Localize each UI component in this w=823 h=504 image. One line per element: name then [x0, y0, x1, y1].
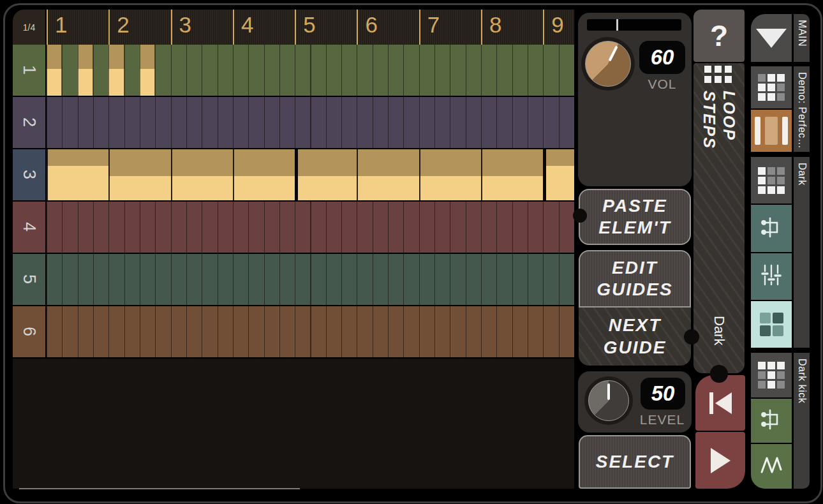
active-step[interactable]: [47, 45, 62, 96]
grid-icon: [758, 167, 785, 194]
row-label[interactable]: 1: [13, 45, 45, 96]
position-bar[interactable]: [587, 19, 681, 31]
position-tick: [616, 19, 618, 31]
beat-number: 2: [117, 12, 129, 38]
vol-value: 60: [639, 41, 685, 74]
row-steps[interactable]: [47, 45, 574, 96]
sidebar-group-label: Demo: Perfec…: [794, 66, 810, 152]
row-label[interactable]: 3: [13, 149, 45, 200]
sidebar-group-label: MAIN: [794, 14, 810, 62]
row-number: 2: [19, 117, 39, 127]
beat-ruler[interactable]: 123456789: [47, 10, 574, 45]
group-label-text: MAIN: [796, 14, 808, 62]
beat-number: 5: [303, 12, 315, 38]
sidebar-button-grid[interactable]: [751, 157, 792, 204]
note-element[interactable]: [543, 149, 574, 200]
drum-sequencer-app: 1/4 123456789 123456 60 VOL PASTE ELEM'T…: [0, 0, 823, 504]
help-button[interactable]: ?: [693, 10, 745, 62]
row-number: 4: [19, 222, 39, 232]
sequencer-row: 4: [13, 202, 574, 255]
beat-line-icon: [543, 10, 544, 45]
level-value: 50: [641, 378, 685, 410]
note-element[interactable]: [108, 149, 170, 200]
play-button[interactable]: [695, 432, 745, 489]
triangle-down-icon: [756, 29, 787, 48]
vol-knob[interactable]: [581, 37, 635, 91]
note-element[interactable]: [233, 149, 295, 200]
beat-number: 7: [427, 12, 440, 38]
skip-to-start-button[interactable]: [695, 375, 745, 431]
pattern-icon: [755, 117, 788, 145]
horizontal-scrollbar[interactable]: [19, 488, 300, 489]
beat-line-icon: [295, 10, 296, 45]
sidebar-button-pattern-bars[interactable]: [751, 110, 792, 152]
note-element[interactable]: [481, 149, 543, 200]
edit-guides-button[interactable]: EDIT GUIDES: [579, 250, 691, 308]
level-knob[interactable]: [584, 376, 633, 425]
grid-icon: [758, 74, 785, 101]
beat-line-icon: [171, 10, 172, 45]
beat-line-icon: [357, 10, 358, 45]
row-steps[interactable]: [47, 202, 574, 253]
active-step[interactable]: [78, 45, 93, 96]
group-label-text: Demo: Perfec…: [796, 66, 808, 152]
beat-number: 9: [551, 12, 563, 38]
sidebar-button-wave[interactable]: [751, 444, 792, 489]
row-label[interactable]: 2: [13, 97, 45, 148]
beat-line-icon: [419, 10, 420, 45]
note-element[interactable]: [419, 149, 481, 200]
sidebar-button-patch[interactable]: [751, 399, 792, 443]
row-number: 6: [19, 327, 39, 336]
skip-bar-icon: [709, 392, 713, 414]
resolution-label: 1/4: [23, 22, 35, 33]
sidebar-button-grid[interactable]: [751, 353, 792, 397]
beat-line-icon: [108, 10, 110, 45]
note-element[interactable]: [47, 149, 108, 200]
steps-grid-icon: [704, 66, 734, 83]
beat-number: 1: [55, 12, 67, 38]
sidebar-button-grid[interactable]: [751, 66, 792, 108]
beat-line-icon: [47, 10, 48, 45]
group-label-text: Dark: [796, 157, 808, 348]
quad-icon: [760, 313, 783, 336]
next-guide-button[interactable]: NEXT GUIDE: [579, 308, 691, 366]
dark-tab-label: Dark: [693, 316, 745, 345]
sidebar-button-patch[interactable]: [751, 205, 792, 251]
resolution-box[interactable]: 1/4: [13, 10, 45, 45]
note-element[interactable]: [295, 149, 357, 200]
sequencer-row: 5: [13, 254, 574, 308]
notch-bottom-icon: [710, 365, 728, 383]
active-step[interactable]: [140, 45, 155, 96]
wave-icon: [758, 453, 785, 480]
patch-icon: [759, 407, 783, 434]
sequencer-row: 2: [13, 97, 574, 151]
patch-icon: [759, 215, 783, 242]
row-number: 5: [19, 274, 39, 284]
grid-icon: [758, 362, 785, 389]
row-steps[interactable]: [47, 97, 574, 148]
row-steps[interactable]: [47, 254, 574, 305]
note-element[interactable]: [357, 149, 419, 200]
row-number: 3: [19, 170, 39, 179]
sidebar-group-label: Dark kick: [794, 353, 810, 489]
select-button[interactable]: SELECT: [579, 435, 691, 489]
row-label[interactable]: 5: [13, 254, 45, 305]
vol-label: VOL: [639, 77, 685, 92]
notch-left-icon: [573, 209, 587, 223]
sidebar-button-quad[interactable]: [751, 301, 792, 348]
row-steps[interactable]: [47, 306, 574, 357]
row-label[interactable]: 4: [13, 202, 45, 253]
beat-line-icon: [233, 10, 234, 45]
sidebar-button-mixer[interactable]: [751, 253, 792, 300]
notch-right-icon: [684, 329, 699, 345]
paste-element-button[interactable]: PASTE ELEM'T: [579, 189, 691, 245]
note-element[interactable]: [171, 149, 233, 200]
loop-steps-label: LOOP STEPS: [693, 91, 745, 149]
sidebar-group-label: Dark: [794, 157, 810, 348]
sidebar-button-triangle-down[interactable]: [751, 14, 792, 62]
beat-number: 6: [365, 12, 377, 38]
beat-number: 8: [489, 12, 501, 38]
active-step[interactable]: [108, 45, 124, 96]
beat-number: 3: [179, 12, 191, 38]
row-label[interactable]: 6: [13, 306, 45, 357]
